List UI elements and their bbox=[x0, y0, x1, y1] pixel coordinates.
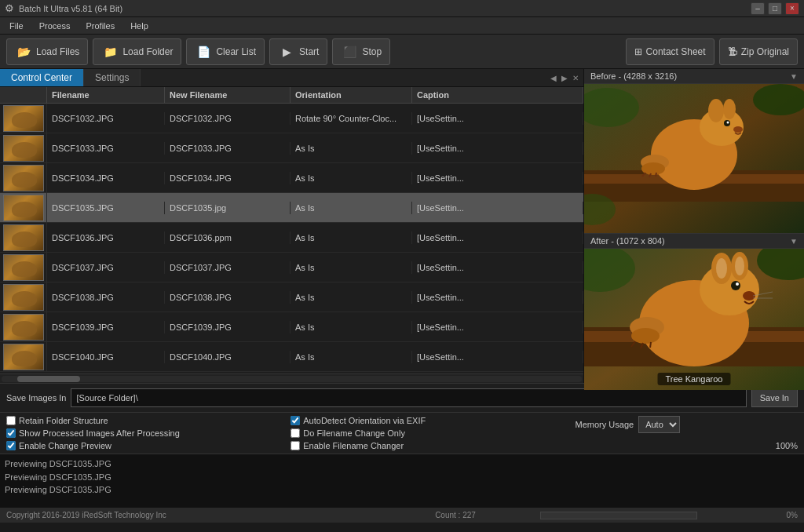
td-orientation: As Is bbox=[291, 291, 412, 304]
menu-item-file[interactable]: File bbox=[6, 20, 27, 32]
svg-point-34 bbox=[631, 328, 660, 344]
after-preview-section: After - (1072 x 804) ▼ bbox=[584, 234, 804, 390]
td-new-filename: DSCF1038.JPG bbox=[165, 291, 291, 304]
td-thumb-8 bbox=[0, 342, 47, 372]
contact-sheet-icon: ⊞ bbox=[634, 46, 642, 57]
after-preview-arrow[interactable]: ▼ bbox=[790, 237, 798, 246]
svg-point-9 bbox=[727, 122, 729, 124]
svg-point-26 bbox=[716, 258, 727, 279]
enable-filename-checkbox[interactable] bbox=[291, 441, 300, 450]
td-caption: [UseSettin... bbox=[412, 112, 583, 125]
svg-point-7 bbox=[723, 99, 736, 119]
show-processed-option: Show Processed Images After Processing bbox=[6, 428, 284, 438]
menu-item-profiles[interactable]: Profiles bbox=[82, 20, 118, 32]
retain-folder-checkbox[interactable] bbox=[6, 416, 16, 425]
td-orientation: As Is bbox=[291, 321, 412, 333]
menu-item-process[interactable]: Process bbox=[36, 20, 74, 32]
memory-row: Memory Usage Auto Low High bbox=[576, 416, 798, 433]
tab-prev-arrow[interactable]: ◀ bbox=[549, 74, 558, 82]
do-filename-checkbox[interactable] bbox=[291, 428, 300, 438]
show-processed-label: Show Processed Images After Processing bbox=[19, 428, 180, 438]
td-new-filename: DSCF1035.jpg bbox=[165, 202, 291, 214]
td-thumb-5 bbox=[0, 253, 47, 282]
retain-folder-label: Retain Folder Structure bbox=[19, 416, 108, 425]
status-count: Count : 227 bbox=[377, 511, 534, 519]
toolbar: 📂 Load Files 📁 Load Folder 📄 Clear List … bbox=[0, 35, 804, 69]
thumbnail-image bbox=[3, 105, 44, 132]
load-folder-button[interactable]: 📁 Load Folder bbox=[93, 38, 181, 65]
before-preview-image[interactable] bbox=[584, 84, 804, 233]
table-row[interactable]: DSCF1040.JPGDSCF1040.JPGAs Is[UseSettin.… bbox=[0, 342, 583, 372]
table-row[interactable]: DSCF1034.JPGDSCF1034.JPGAs Is[UseSettin.… bbox=[0, 163, 583, 193]
clear-list-button[interactable]: 📄 Clear List bbox=[186, 38, 265, 65]
menu-item-help[interactable]: Help bbox=[127, 20, 152, 32]
td-orientation: As Is bbox=[291, 142, 412, 155]
hscroll-thumb[interactable] bbox=[17, 376, 80, 382]
before-preview-title: Before - (4288 x 3216) bbox=[590, 71, 677, 81]
tab-next-arrow[interactable]: ▶ bbox=[560, 74, 569, 82]
td-new-filename: DSCF1033.JPG bbox=[165, 142, 291, 155]
stop-button[interactable]: ⬛ Stop bbox=[332, 38, 390, 65]
td-caption: [UseSettin... bbox=[412, 321, 583, 333]
load-files-button[interactable]: 📂 Load Files bbox=[6, 38, 88, 65]
maximize-button[interactable]: □ bbox=[768, 2, 782, 15]
after-preview-label: Tree Kangaroo bbox=[658, 373, 731, 385]
save-in-button[interactable]: Save In bbox=[751, 388, 798, 407]
table-row[interactable]: DSCF1035.JPGDSCF1035.jpgAs Is[UseSettin.… bbox=[0, 193, 583, 223]
statusbar: Copyright 2016-2019 iRedSoft Technology … bbox=[0, 507, 804, 523]
thumbnail-image bbox=[3, 135, 44, 162]
contact-sheet-button[interactable]: ⊞ Contact Sheet bbox=[626, 38, 714, 65]
thumbnail-image bbox=[3, 344, 44, 370]
thumbnail-image bbox=[3, 314, 44, 341]
retain-folder-option: Retain Folder Structure bbox=[6, 416, 284, 425]
table-row[interactable]: DSCF1037.JPGDSCF1037.JPGAs Is[UseSettin.… bbox=[0, 253, 583, 282]
app-title: Batch It Ultra v5.81 (64 Bit) bbox=[19, 4, 122, 13]
minimize-button[interactable]: – bbox=[751, 2, 765, 15]
close-button[interactable]: × bbox=[785, 2, 799, 15]
table-row[interactable]: DSCF1033.JPGDSCF1033.JPGAs Is[UseSettin.… bbox=[0, 133, 583, 163]
tab-control-center[interactable]: Control Center bbox=[0, 69, 84, 86]
td-caption: [UseSettin... bbox=[412, 261, 583, 274]
before-preview-section: Before - (4288 x 3216) ▼ bbox=[584, 69, 804, 234]
table-row[interactable]: DSCF1032.JPGDSCF1032.JPGRotate 90° Count… bbox=[0, 104, 583, 133]
autodetect-checkbox[interactable] bbox=[291, 416, 300, 425]
clear-list-icon: 📄 bbox=[195, 43, 212, 60]
start-button[interactable]: ▶ Start bbox=[269, 38, 327, 65]
td-caption: [UseSettin... bbox=[412, 351, 583, 363]
status-percent: 0% bbox=[704, 511, 798, 519]
file-table[interactable]: Filename New Filename Orientation Captio… bbox=[0, 87, 583, 373]
log-area[interactable]: Previewing DSCF1035.JPGPreviewing DSCF10… bbox=[0, 454, 804, 507]
td-new-filename: DSCF1040.JPG bbox=[165, 351, 291, 363]
td-thumb-2 bbox=[0, 163, 47, 193]
memory-select[interactable]: Auto Low High bbox=[638, 416, 680, 433]
before-kangaroo-svg bbox=[584, 84, 804, 233]
load-files-icon: 📂 bbox=[15, 43, 32, 60]
thumbnail-image bbox=[3, 165, 44, 191]
after-preview-image[interactable]: Tree Kangaroo bbox=[584, 249, 804, 390]
th-caption: Caption bbox=[412, 87, 583, 103]
options-row: Retain Folder Structure Show Processed I… bbox=[0, 413, 804, 454]
table-body: DSCF1032.JPGDSCF1032.JPGRotate 90° Count… bbox=[0, 104, 583, 372]
zip-original-button[interactable]: 🗜 Zip Original bbox=[719, 38, 798, 65]
table-row[interactable]: DSCF1036.JPGDSCF1036.ppmAs Is[UseSettin.… bbox=[0, 223, 583, 253]
table-hscroll[interactable] bbox=[0, 373, 583, 383]
table-row[interactable]: DSCF1039.JPGDSCF1039.JPGAs Is[UseSettin.… bbox=[0, 312, 583, 342]
tab-close-arrow[interactable]: ✕ bbox=[571, 74, 580, 82]
enable-change-label: Enable Change Preview bbox=[19, 441, 111, 450]
show-processed-checkbox[interactable] bbox=[6, 428, 16, 438]
td-orientation: Rotate 90° Counter-Cloc... bbox=[291, 112, 412, 125]
right-panel: Before - (4288 x 3216) ▼ bbox=[584, 69, 804, 383]
enable-change-checkbox[interactable] bbox=[6, 441, 16, 450]
options-col-right: Memory Usage Auto Low High 100% bbox=[576, 416, 798, 450]
td-caption: [UseSettin... bbox=[412, 172, 583, 184]
svg-line-37 bbox=[650, 342, 651, 348]
save-path-input[interactable] bbox=[71, 388, 746, 407]
table-row[interactable]: DSCF1038.JPGDSCF1038.JPGAs Is[UseSettin.… bbox=[0, 282, 583, 312]
td-filename: DSCF1040.JPG bbox=[47, 351, 165, 363]
before-preview-arrow[interactable]: ▼ bbox=[790, 72, 798, 81]
stop-label: Stop bbox=[362, 46, 382, 57]
zip-original-label: Zip Original bbox=[741, 46, 789, 57]
td-caption: [UseSettin... bbox=[412, 291, 583, 304]
thumbnail-image bbox=[3, 284, 44, 311]
tab-settings[interactable]: Settings bbox=[84, 69, 141, 86]
